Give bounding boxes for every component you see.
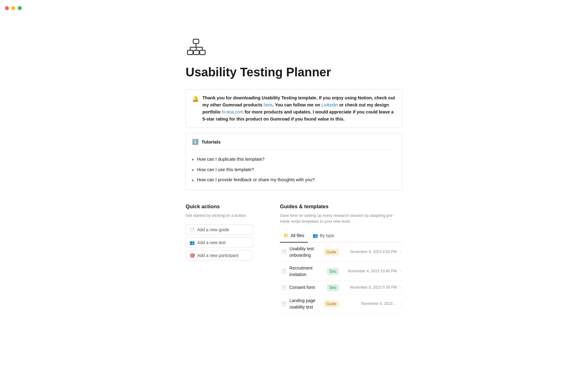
callout-thank-you: 🔔 Thank you for downloading Usability Te… (186, 89, 402, 128)
tab-by-type[interactable]: 👥 By type (309, 231, 338, 243)
callout-thank-you-text: Thank you for downloading Usability Test… (202, 94, 396, 123)
add-participant-button[interactable]: 🎯 Add a new participant (186, 250, 253, 261)
table-row[interactable]: 📄 Landing page usability test Guide Nove… (280, 294, 402, 314)
triangle-icon: ▶ (192, 178, 194, 182)
svg-rect-3 (200, 50, 205, 55)
here-link[interactable]: here (264, 102, 273, 107)
file-name: Recruitment invitation (289, 265, 324, 278)
all-files-label: All files (291, 232, 304, 239)
svg-rect-2 (194, 50, 199, 55)
callout-user-icon: 🔔 (192, 95, 199, 103)
main-content: Usability Testing Planner 🔔 Thank you fo… (156, 0, 432, 332)
file-date: November 8, 2023 5:39 PM (342, 285, 397, 290)
add-test-button[interactable]: 👥 Add a new test (186, 237, 253, 248)
file-icon: 📄 (281, 249, 286, 255)
tab-all-files[interactable]: 📁 All files (280, 231, 308, 243)
add-guide-button[interactable]: 📄 Add a new guide (186, 224, 253, 235)
tutorial-label: How can I use this template? (197, 167, 254, 173)
triangle-icon: ▶ (192, 167, 194, 172)
titlebar (0, 0, 588, 16)
guides-subtitle: Save time on setting up every research s… (280, 213, 402, 224)
file-name: Consent form (289, 284, 324, 291)
info-icon: ℹ️ (192, 138, 198, 146)
tutorial-item[interactable]: ▶ How can I provide feedback or share my… (192, 175, 396, 185)
add-guide-label: Add a new guide (197, 227, 229, 232)
all-files-icon: 📁 (284, 232, 289, 239)
page-title: Usability Testing Planner (186, 65, 402, 79)
maximize-button[interactable] (18, 6, 22, 10)
status-badge: Guide (324, 301, 339, 307)
quick-actions-title: Quick actions (186, 203, 265, 211)
status-badge: Doc (327, 284, 338, 291)
tutorials-block: ℹ️ Tutorials ▶ How can I duplicate this … (186, 133, 402, 190)
traffic-lights (5, 6, 22, 10)
chevron-right-icon: › (400, 301, 401, 307)
add-test-label: Add a new test (197, 240, 226, 245)
guides-table: 📄 Usability test onboarding Guide Novemb… (280, 243, 402, 314)
guides-title: Guides & templates (280, 203, 402, 211)
document-icon: 📄 (190, 227, 195, 232)
chevron-right-icon: › (400, 249, 401, 255)
quick-actions-subtitle: Get started by clicking on a button. (186, 213, 265, 219)
tutorial-label: How can I provide feedback or share my t… (197, 177, 315, 183)
file-date: November 5, 2023 ... (342, 301, 397, 307)
table-row[interactable]: 📄 Usability test onboarding Guide Novemb… (280, 243, 402, 262)
tutorials-title: Tutorials (202, 139, 221, 146)
tutorial-item[interactable]: ▶ How can I duplicate this template? (192, 154, 396, 165)
tutorial-item[interactable]: ▶ How can I use this template? (192, 165, 396, 175)
guides-templates-section: Guides & templates Save time on setting … (280, 203, 402, 314)
status-badge: Guide (324, 249, 339, 255)
by-type-label: By type (320, 232, 334, 239)
people-icon: 👥 (190, 240, 195, 245)
page-icon (186, 37, 402, 60)
quick-actions-section: Quick actions Get started by clicking on… (186, 203, 265, 314)
person-icon: 🎯 (190, 253, 195, 258)
tutorial-label: How can I duplicate this template? (197, 156, 265, 163)
tutorials-header: ℹ️ Tutorials (192, 138, 396, 150)
file-name: Landing page usability test (289, 297, 321, 310)
file-date: November 8, 2023 4:50 PM (342, 249, 397, 255)
minimize-button[interactable] (11, 6, 15, 10)
add-participant-label: Add a new participant (197, 253, 239, 258)
close-button[interactable] (5, 6, 9, 10)
svg-rect-1 (187, 50, 193, 55)
triangle-icon: ▶ (192, 157, 194, 162)
tutorials-list: ▶ How can I duplicate this template? ▶ H… (192, 154, 396, 185)
chevron-right-icon: › (400, 268, 401, 274)
file-icon: 📄 (281, 268, 286, 274)
by-type-icon: 👥 (313, 232, 318, 239)
file-name: Usability test onboarding (289, 246, 321, 259)
file-icon: 📄 (281, 284, 286, 291)
file-date: November 4, 2023 10:45 PM (342, 268, 397, 274)
svg-rect-0 (193, 39, 199, 44)
table-row[interactable]: 📄 Consent form Doc November 8, 2023 5:39… (280, 281, 402, 294)
two-col-layout: Quick actions Get started by clicking on… (186, 203, 402, 314)
linkedin-link[interactable]: Linkedin (322, 102, 338, 107)
chevron-right-icon: › (400, 285, 401, 291)
file-icon: 📄 (281, 301, 286, 307)
status-badge: Doc (327, 268, 338, 275)
guides-tabs: 📁 All files 👥 By type (280, 231, 402, 243)
table-row[interactable]: 📄 Recruitment invitation Doc November 4,… (280, 262, 402, 281)
hi-tina-link[interactable]: hi-tina.com (222, 109, 243, 114)
